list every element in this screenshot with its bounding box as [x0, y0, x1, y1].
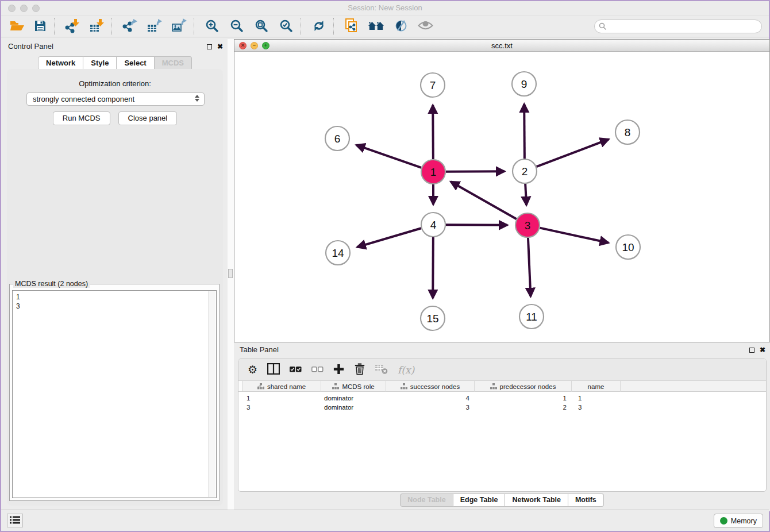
export-network-button[interactable] [117, 17, 142, 36]
mcds-result-textarea[interactable]: 1 3 [12, 290, 217, 498]
network-window-titlebar[interactable]: ✕ − + scc.txt [234, 40, 769, 52]
zoom-in-button[interactable] [199, 17, 224, 36]
vertical-splitter[interactable] [228, 39, 234, 511]
column-header-mcds-role[interactable]: MCDS role [321, 381, 386, 392]
graph-edge-2-3[interactable] [525, 184, 526, 205]
toolbar-separator [194, 18, 198, 35]
tab-node-table[interactable]: Node Table [400, 494, 453, 507]
delete-table-icon [375, 364, 388, 376]
task-history-button[interactable] [7, 514, 23, 527]
home-networks-button[interactable] [364, 17, 388, 36]
toolbar-separator [301, 18, 305, 35]
graph-node-label: 8 [625, 126, 631, 138]
tab-network-table[interactable]: Network Table [505, 494, 568, 507]
column-header-successor-nodes[interactable]: successor nodes [386, 381, 475, 392]
table-row[interactable]: 1 dominator 4 1 1 [238, 394, 766, 403]
clone-network-button[interactable] [339, 17, 364, 36]
refresh-button[interactable] [306, 17, 331, 36]
import-table-icon [90, 18, 105, 35]
graph-edge-4-15[interactable] [433, 237, 433, 298]
cell-shared-name[interactable]: 3 [242, 403, 321, 412]
select-all-button[interactable] [290, 362, 302, 378]
select-spinner-icon [195, 95, 199, 102]
network-canvas[interactable]: 7968124314101511 [234, 52, 769, 342]
delete-table-button[interactable] [375, 362, 388, 378]
graph-edge-2-8[interactable] [537, 139, 609, 167]
run-mcds-button[interactable]: Run MCDS [53, 111, 110, 125]
tab-edge-table[interactable]: Edge Table [453, 494, 506, 507]
table-row[interactable]: 3 dominator 3 2 3 [238, 403, 766, 412]
graph-edge-3-11[interactable] [528, 238, 530, 296]
show-columns-button[interactable] [267, 362, 280, 378]
tab-mcds[interactable]: MCDS [155, 56, 192, 70]
tab-select[interactable]: Select [117, 56, 154, 70]
memory-status-icon [720, 517, 727, 525]
cell-predecessor-nodes[interactable]: 1 [475, 394, 572, 403]
tab-style[interactable]: Style [83, 56, 117, 70]
zoom-in-icon [205, 19, 219, 34]
graph-edge-1-2[interactable] [446, 171, 505, 172]
toolbar-separator [54, 18, 58, 35]
graph-edge-1-6[interactable] [356, 145, 421, 167]
graph-edge-3-10[interactable] [540, 228, 608, 243]
eye-icon [418, 21, 433, 32]
graph-edge-2-9[interactable] [524, 104, 525, 159]
float-panel-icon[interactable] [749, 348, 754, 353]
close-panel-icon[interactable]: ✖ [760, 346, 765, 353]
graph-node-label: 11 [526, 311, 537, 323]
cell-predecessor-nodes[interactable]: 2 [475, 403, 572, 412]
memory-button[interactable]: Memory [714, 514, 763, 528]
open-folder-icon [10, 20, 25, 34]
tree-icon [257, 383, 264, 390]
graph-edge-1-7[interactable] [433, 105, 433, 159]
zoom-out-button[interactable] [224, 17, 249, 36]
export-table-button[interactable] [142, 17, 167, 36]
graph-edge-4-3[interactable] [446, 225, 507, 225]
tab-network[interactable]: Network [38, 56, 83, 70]
network-window: ✕ − + scc.txt 7968124314101511 [234, 39, 770, 342]
zoom-out-icon [230, 19, 244, 34]
import-table-button[interactable] [84, 17, 109, 36]
graph-edge-3-1[interactable] [451, 182, 516, 219]
tree-icon [401, 383, 407, 390]
float-panel-icon[interactable] [207, 44, 212, 49]
delete-row-button[interactable] [354, 362, 365, 378]
result-line: 3 [16, 302, 213, 311]
column-header-name[interactable]: name [572, 381, 621, 392]
show-graphics-details-button[interactable] [413, 17, 438, 36]
criterion-select[interactable]: strongly connected component [26, 92, 205, 106]
import-network-button[interactable] [60, 17, 84, 36]
deselect-all-button[interactable] [311, 362, 324, 378]
save-session-button[interactable] [29, 17, 52, 36]
graph-edge-4-14[interactable] [357, 228, 421, 247]
table-settings-button[interactable]: ⚙ [248, 362, 257, 378]
cell-name[interactable]: 1 [572, 394, 621, 403]
search-input[interactable] [594, 20, 762, 33]
column-header-predecessor-nodes[interactable]: predecessor nodes [475, 381, 572, 392]
cell-mcds-role[interactable]: dominator [321, 394, 386, 403]
list-icon [10, 516, 20, 526]
status-bar: Memory [1, 510, 769, 531]
zoom-fit-button[interactable] [249, 17, 274, 36]
function-builder-button[interactable]: f(x) [398, 362, 414, 378]
close-panel-icon[interactable]: ✖ [217, 43, 223, 50]
graph-node-label: 4 [430, 219, 437, 231]
zoom-selected-button[interactable] [274, 17, 298, 36]
node-table-container: ⚙ f(x) shared name MCDS role successor n… [238, 358, 767, 492]
open-session-button[interactable] [6, 17, 29, 36]
cell-mcds-role[interactable]: dominator [321, 403, 386, 412]
export-image-button[interactable] [167, 17, 191, 36]
cell-successor-nodes[interactable]: 4 [386, 394, 475, 403]
tab-motifs[interactable]: Motifs [568, 494, 604, 507]
cell-name[interactable]: 3 [572, 403, 621, 412]
cell-successor-nodes[interactable]: 3 [386, 403, 475, 412]
close-panel-button[interactable]: Close panel [118, 111, 178, 125]
hide-graphics-details-button[interactable] [388, 17, 413, 36]
splitter-grip[interactable] [228, 269, 233, 278]
result-scrollbar[interactable] [208, 291, 215, 497]
column-header-shared-name[interactable]: shared name [242, 381, 321, 392]
cell-shared-name[interactable]: 1 [242, 394, 321, 403]
table-panel-tabs: Node Table Edge Table Network Table Moti… [234, 494, 770, 507]
criterion-value: strongly connected component [33, 95, 134, 103]
add-row-button[interactable] [333, 362, 344, 378]
